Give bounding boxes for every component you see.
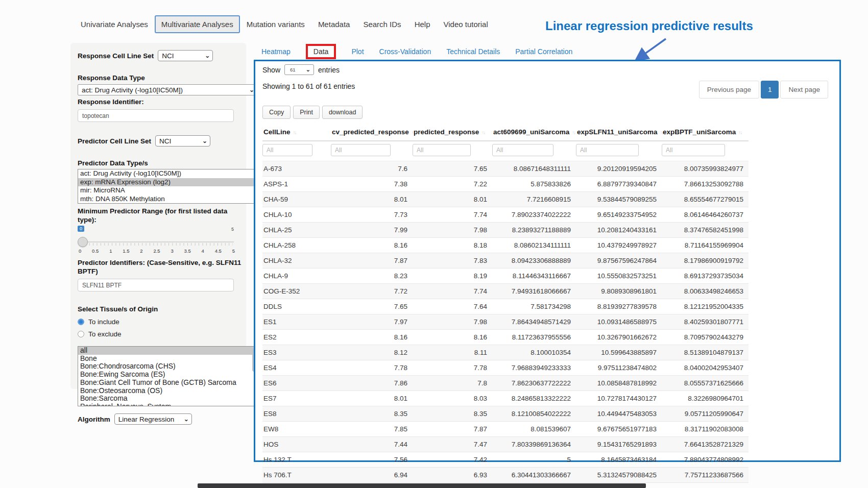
predictor-cell-line-set-select[interactable]: NCI ⌄ xyxy=(155,135,210,147)
table-row[interactable]: COG-E-3527.727.747.949316180666679.80893… xyxy=(262,284,749,299)
filter-input-expslfn11-unisarcoma[interactable] xyxy=(576,144,639,156)
nav-item-search-ids[interactable]: Search IDs xyxy=(356,15,407,33)
cell-value: 8.12121952004335 xyxy=(662,299,749,314)
cell-value: 6.30441303366667 xyxy=(492,468,576,483)
response-cell-line-set-select[interactable]: NCI ⌄ xyxy=(158,50,213,61)
table-row[interactable]: ES67.867.87.8623063772222210.08584878189… xyxy=(262,376,749,391)
cell-value: 5.875833826 xyxy=(492,177,576,192)
tab-plot[interactable]: Plot xyxy=(351,47,364,56)
table-row[interactable]: ES17.977.987.8643494857142910.0931486588… xyxy=(262,314,749,330)
table-row[interactable]: CHLA-98.238.198.1144634311666710.5550832… xyxy=(262,269,749,284)
table-row[interactable]: ASPS-17.387.225.8758338266.8879773934084… xyxy=(262,177,749,192)
previous-page-button[interactable]: Previous page xyxy=(699,81,759,99)
tissue-option-bone[interactable]: Bone xyxy=(78,355,257,363)
column-header-predicted-response[interactable]: predicted_response↑↓ xyxy=(413,126,492,141)
cell-value: 7.86 xyxy=(331,376,413,391)
cell-value: 7.86613253092788 xyxy=(662,177,749,192)
cell-value: 7.65 xyxy=(413,161,492,177)
cell-value: 9.53844579089255 xyxy=(576,192,662,207)
algorithm-select[interactable]: Linear Regression ⌄ xyxy=(114,413,192,425)
tab-heatmap[interactable]: Heatmap xyxy=(261,47,291,56)
table-row[interactable]: ES38.128.118.10001035410.5996438858978.5… xyxy=(262,345,749,360)
predictor-identifiers-input[interactable] xyxy=(78,279,234,291)
nav-item-video-tutorial[interactable]: Video tutorial xyxy=(437,15,494,33)
cell-value: 7.98 xyxy=(413,223,492,238)
download-button[interactable]: download xyxy=(322,106,363,119)
predictor-cell-line-set-label: Predictor Cell Line Set xyxy=(78,137,151,145)
tissue-option-all[interactable]: all xyxy=(78,347,257,355)
table-row[interactable]: Hs 706.T6.946.936.304413033666675.313245… xyxy=(262,468,749,483)
tab-cross-validation[interactable]: Cross-Validation xyxy=(379,47,431,56)
table-row[interactable]: CHLA-327.877.838.094233068888899.8756759… xyxy=(262,253,749,269)
cell-value: 7.65 xyxy=(331,299,413,314)
predictor-data-type-option-mth[interactable]: mth: DNA 850K Methylation xyxy=(78,195,257,204)
sort-icon[interactable]: ↑↓ xyxy=(572,130,575,135)
table-row[interactable]: ES78.018.038.2486581332222210.7278174430… xyxy=(262,391,749,406)
predictor-data-type-option-mir[interactable]: mir: MicroRNA xyxy=(78,186,257,195)
predictor-data-type-option-exp[interactable]: exp: mRNA Expression (log2) xyxy=(78,178,257,187)
tissue-option-bone-osteosarcoma-os[interactable]: Bone:Osteosarcoma (OS) xyxy=(78,387,257,395)
tab-partial-correlation[interactable]: Partial Correlation xyxy=(515,47,572,56)
page-1-button[interactable]: 1 xyxy=(761,81,779,99)
sort-icon[interactable]: ↑↓ xyxy=(738,130,741,135)
response-data-type-label: Response Data Type xyxy=(78,74,246,82)
filter-input-cv-predicted-response[interactable] xyxy=(331,144,391,156)
slider-handle[interactable] xyxy=(78,237,88,247)
tissue-option-bone-chondrosarcoma-chs[interactable]: Bone:Chondrosarcoma (CHS) xyxy=(78,362,257,371)
nav-item-mutation-variants[interactable]: Mutation variants xyxy=(240,15,311,33)
page-size-select[interactable]: 61 ⌄ xyxy=(284,64,314,75)
copy-button[interactable]: Copy xyxy=(262,106,291,119)
tab-data[interactable]: Data xyxy=(306,44,336,59)
slider-ticks xyxy=(82,243,233,246)
cell-value: 7.96883949233333 xyxy=(492,360,576,376)
column-header-expslfn11-unisarcoma[interactable]: expSLFN11_uniSarcoma↑↓ xyxy=(576,126,662,141)
column-header-expbptf-unisarcoma[interactable]: expBPTF_uniSarcoma↑↓ xyxy=(662,126,749,141)
cell-value: 8.11723637955556 xyxy=(492,330,576,345)
print-button[interactable]: Print xyxy=(293,106,320,119)
sort-icon[interactable]: ↑↓ xyxy=(481,130,485,135)
next-page-button[interactable]: Next page xyxy=(780,81,828,99)
response-data-type-select[interactable]: act: Drug Activity (-log10[IC50M]) ⌄ xyxy=(78,84,257,95)
slider-track[interactable] xyxy=(78,241,234,242)
cell-line-name: ES3 xyxy=(262,345,331,360)
table-row[interactable]: ES28.168.168.1172363795555610.3267901662… xyxy=(262,330,749,345)
cell-value: 8.69137293735034 xyxy=(662,269,749,284)
table-row[interactable]: ES88.358.358.1210085402222210.4494475483… xyxy=(262,406,749,422)
response-identifier-input[interactable] xyxy=(78,109,234,122)
filter-input-expbptf-unisarcoma[interactable] xyxy=(662,144,725,156)
column-header-act609699-unisarcoma[interactable]: act609699_uniSarcoma↑↓ xyxy=(492,126,576,141)
results-tab-bar: HeatmapDataPlotCross-ValidationTechnical… xyxy=(261,44,572,59)
cell-value: 10.4494475483053 xyxy=(576,406,662,422)
filter-cell xyxy=(576,141,662,161)
tissue-option-bone-sarcoma[interactable]: Bone:Sarcoma xyxy=(78,395,257,403)
table-row[interactable]: CHLA-257.997.988.2389327118888910.208124… xyxy=(262,223,749,238)
nav-item-univariate-analyses[interactable]: Univariate Analyses xyxy=(74,15,155,33)
tissue-option-bone-ewing-sarcoma-es[interactable]: Bone:Ewing Sarcoma (ES) xyxy=(78,371,257,379)
table-row[interactable]: ES47.787.787.968839492333339.97511238474… xyxy=(262,360,749,376)
cell-line-name: COG-E-352 xyxy=(262,284,331,299)
tissue-exclude-radio[interactable]: To exclude xyxy=(78,330,246,338)
column-header-cellline[interactable]: CellLine↑↓ xyxy=(262,126,331,141)
table-row[interactable]: Hs 132.T7.567.4258.16458734631847.880437… xyxy=(262,452,749,468)
table-row[interactable]: A-6737.67.658.086716483111119.2012091959… xyxy=(262,161,749,177)
nav-item-metadata[interactable]: Metadata xyxy=(311,15,357,33)
nav-item-help[interactable]: Help xyxy=(408,15,437,33)
sort-icon[interactable]: ↑↓ xyxy=(293,130,296,135)
predictor-data-type-option-act[interactable]: act: Drug Activity (-log10[IC50M]) xyxy=(78,169,257,178)
table-row[interactable]: DDLS7.657.647.5817342988.819392778395788… xyxy=(262,299,749,314)
tab-technical-details[interactable]: Technical Details xyxy=(446,47,500,56)
table-row[interactable]: CHLA-2588.168.188.0860213411111110.43792… xyxy=(262,238,749,253)
nav-item-multivariate-analyses[interactable]: Multivariate Analyses xyxy=(155,15,240,33)
tissue-option-peripheral-nervous-system[interactable]: Peripheral_Nervous_System xyxy=(78,403,257,406)
tissue-option-bone-giant-cell-tumor-of-bone-gctb-sarcoma[interactable]: Bone:Giant Cell Tumor of Bone (GCTB) Sar… xyxy=(78,379,257,387)
table-row[interactable]: HOS7.447.477.803398691363649.15431765291… xyxy=(262,437,749,452)
tissue-include-radio[interactable]: To include xyxy=(78,318,246,326)
column-header-label: CellLine xyxy=(263,128,291,136)
filter-input-cellline[interactable] xyxy=(262,144,312,156)
filter-input-predicted-response[interactable] xyxy=(413,144,471,156)
table-row[interactable]: EW87.857.878.0815396079.676756519771838.… xyxy=(262,422,749,437)
table-row[interactable]: CHLA-107.737.747.890233740222229.6514923… xyxy=(262,207,749,223)
filter-input-act609699-unisarcoma[interactable] xyxy=(492,144,553,156)
column-header-cv-predicted-response[interactable]: cv_predicted_response↑↓ xyxy=(331,126,413,141)
table-row[interactable]: CHA-598.018.017.72166089159.538445790892… xyxy=(262,192,749,207)
